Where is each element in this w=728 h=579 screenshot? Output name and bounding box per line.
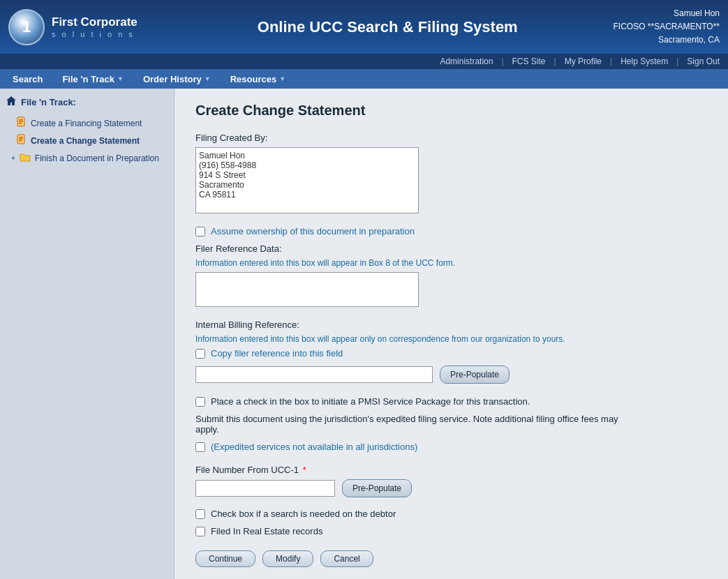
user-name: Samuel Hon — [614, 7, 720, 20]
filer-city: Sacramento — [199, 180, 415, 190]
expand-icon: + — [11, 154, 15, 162]
action-buttons: Continue Modify Cancel — [195, 550, 707, 567]
sep4: | — [676, 57, 678, 66]
filer-reference-box[interactable] — [195, 272, 419, 307]
company-sub: s o l u t i o n s — [52, 30, 138, 38]
continue-button[interactable]: Continue — [195, 550, 255, 567]
svg-rect-1 — [19, 119, 23, 121]
administration-link[interactable]: Administration — [440, 57, 493, 66]
assume-ownership-checkbox[interactable] — [195, 227, 205, 236]
folder-icon — [20, 151, 31, 165]
fcs-site-link[interactable]: FCS Site — [512, 57, 546, 66]
expedited-info: Submit this document using the jurisdict… — [195, 414, 642, 435]
svg-rect-3 — [19, 123, 22, 124]
user-org: FICOSO **SACRAMENTO** — [614, 20, 720, 33]
filer-name: Samuel Hon — [199, 151, 415, 160]
cancel-button[interactable]: Cancel — [320, 550, 373, 567]
header: 1 First Corporate s o l u t i o n s Onli… — [0, 0, 728, 54]
expedited-unavailable-label[interactable]: (Expedited services not available in all… — [211, 442, 417, 452]
filer-reference-section: Filer Reference Data: Information entere… — [195, 243, 707, 307]
internal-billing-input[interactable] — [195, 366, 433, 383]
company-name: First Corporate — [52, 15, 138, 29]
filing-created-by-label: Filing Created By: — [195, 133, 707, 143]
sign-out-link[interactable]: Sign Out — [687, 57, 720, 66]
expedited-checkbox-row: (Expedited services not available in all… — [195, 442, 707, 452]
file-number-section: File Number From UCC-1 * Pre-Populate — [195, 465, 707, 497]
chevron-down-icon: ▼ — [205, 75, 211, 82]
copy-filer-row: Copy filer reference into this field — [195, 348, 707, 359]
top-nav: Administration | FCS Site | My Profile |… — [0, 54, 728, 69]
filer-reference-input[interactable] — [199, 276, 415, 303]
company-name-block: First Corporate s o l u t i o n s — [52, 15, 138, 38]
page-title: Create Change Statement — [195, 103, 707, 119]
logo-icon: 1 — [8, 9, 45, 45]
svg-rect-2 — [19, 121, 23, 123]
file-number-label: File Number From UCC-1 * — [195, 465, 707, 475]
assume-ownership-label[interactable]: Assume ownership of this document in pre… — [211, 226, 415, 236]
internal-billing-info: Information entered into this box will a… — [195, 334, 707, 344]
internal-billing-section: Internal Billing Reference: Information … — [195, 319, 707, 384]
search-debtor-checkbox[interactable] — [195, 509, 205, 519]
sidebar-item-create-change[interactable]: Create a Change Statement — [6, 132, 168, 149]
svg-rect-6 — [19, 139, 23, 140]
modify-button[interactable]: Modify — [262, 550, 313, 567]
filer-reference-info: Information entered into this box will a… — [195, 258, 707, 268]
svg-rect-5 — [19, 137, 23, 138]
file-number-input-row: Pre-Populate — [195, 479, 707, 497]
filed-real-estate-label: Filed In Real Estate records — [211, 526, 322, 536]
pmsi-checkbox[interactable] — [195, 397, 205, 407]
filer-info-box: Samuel Hon (916) 558-4988 914 S Street S… — [195, 147, 419, 213]
pmsi-row: Place a check in the box to initiate a P… — [195, 396, 707, 407]
search-debtor-row: Check box if a search is needed on the d… — [195, 509, 707, 519]
filer-phone: (916) 558-4988 — [199, 160, 415, 170]
chevron-down-icon: ▼ — [279, 75, 285, 82]
home-icon — [6, 96, 17, 109]
main-nav: Search File 'n Track ▼ Order History ▼ R… — [0, 69, 728, 89]
help-system-link[interactable]: Help System — [621, 57, 668, 66]
filer-address: 914 S Street — [199, 170, 415, 180]
pre-populate-button-billing[interactable]: Pre-Populate — [440, 366, 510, 384]
pmsi-label: Place a check in the box to initiate a P… — [211, 396, 530, 407]
document-icon — [15, 134, 27, 147]
required-marker: * — [303, 465, 306, 475]
filer-reference-label: Filer Reference Data: — [195, 243, 707, 254]
sep1: | — [501, 57, 503, 66]
assume-ownership-row: Assume ownership of this document in pre… — [195, 226, 707, 236]
tab-resources[interactable]: Resources ▼ — [221, 69, 295, 89]
file-number-input[interactable] — [195, 480, 335, 497]
user-info: Samuel Hon FICOSO **SACRAMENTO** Sacrame… — [614, 7, 720, 47]
expedited-section: Submit this document using the jurisdict… — [195, 414, 707, 452]
tab-file-n-track[interactable]: File 'n Track ▼ — [52, 69, 133, 89]
sidebar-item-create-financing[interactable]: Create a Financing Statement — [6, 114, 168, 132]
my-profile-link[interactable]: My Profile — [565, 57, 602, 66]
filing-created-by-section: Filing Created By: Samuel Hon (916) 558-… — [195, 133, 707, 213]
sidebar-item-finish-document[interactable]: + Finish a Document in Preparation — [6, 149, 168, 167]
logo-area: 1 First Corporate s o l u t i o n s — [8, 9, 162, 45]
sidebar: File 'n Track: Create a Financing Statem… — [0, 89, 174, 579]
filer-state-zip: CA 95811 — [199, 190, 415, 200]
search-debtor-label: Check box if a search is needed on the d… — [211, 509, 396, 519]
internal-billing-label: Internal Billing Reference: — [195, 319, 707, 330]
sep3: | — [610, 57, 612, 66]
pre-populate-button-ucc[interactable]: Pre-Populate — [342, 479, 412, 497]
document-icon — [15, 116, 27, 130]
copy-filer-checkbox[interactable] — [195, 349, 205, 359]
internal-billing-input-row: Pre-Populate — [195, 366, 707, 384]
filed-real-estate-checkbox[interactable] — [195, 527, 205, 536]
tab-order-history[interactable]: Order History ▼ — [133, 69, 221, 89]
filed-real-estate-row: Filed In Real Estate records — [195, 526, 707, 536]
svg-rect-7 — [19, 140, 22, 142]
app-title: Online UCC Search & Filing System — [162, 18, 614, 36]
expedited-checkbox[interactable] — [195, 442, 205, 452]
content-area: Create Change Statement Filing Created B… — [174, 89, 728, 579]
sidebar-section-title: File 'n Track: — [6, 96, 168, 109]
sep2: | — [554, 57, 556, 66]
user-location: Sacramento, CA — [614, 33, 720, 47]
tab-search[interactable]: Search — [3, 69, 52, 89]
chevron-down-icon: ▼ — [117, 75, 124, 82]
main-layout: File 'n Track: Create a Financing Statem… — [0, 89, 728, 579]
copy-filer-label[interactable]: Copy filer reference into this field — [211, 348, 343, 359]
